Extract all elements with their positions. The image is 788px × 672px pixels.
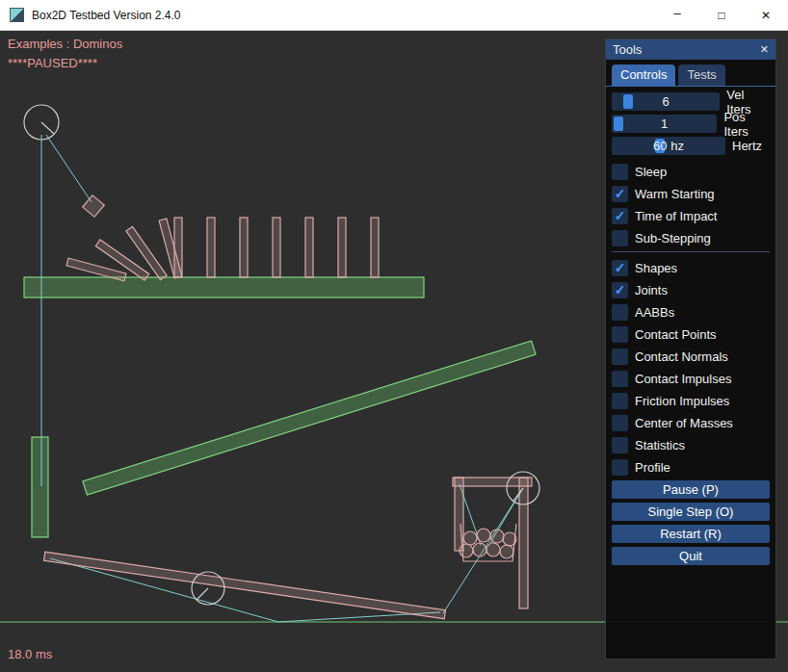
close-icon: ✕ xyxy=(761,9,771,22)
frame-right-post xyxy=(519,478,528,608)
tilted-plank xyxy=(44,552,446,619)
checkbox-joints[interactable]: ✓ xyxy=(612,282,628,298)
checkbox-row-joints: ✓ Joints xyxy=(612,281,770,299)
restart-button[interactable]: Restart (R) xyxy=(612,525,770,543)
checkbox-friction-impulses[interactable] xyxy=(612,393,628,409)
check-icon: ✓ xyxy=(615,208,626,224)
checkbox-row-profile: Profile xyxy=(612,458,770,477)
checkbox-label: Warm Starting xyxy=(635,187,715,201)
checkbox-contact-impulses[interactable] xyxy=(612,371,628,387)
maximize-icon: □ xyxy=(718,9,724,22)
checkbox-profile[interactable] xyxy=(612,459,628,476)
slider-grab[interactable] xyxy=(623,94,633,109)
tools-titlebar[interactable]: Tools ✕ xyxy=(606,39,775,60)
ball xyxy=(486,543,500,556)
ball xyxy=(473,543,486,556)
minimize-button[interactable]: – xyxy=(655,0,699,31)
checkbox-contact-normals[interactable] xyxy=(612,349,628,365)
pos-iters-row: 1 Pos Iters xyxy=(612,115,770,133)
checkbox-row-contact-normals: Contact Normals xyxy=(612,348,770,366)
ball xyxy=(463,531,477,545)
window-titlebar: Box2D Testbed Version 2.4.0 – □ ✕ xyxy=(0,0,788,31)
checkbox-warm-starting[interactable]: ✓ xyxy=(612,186,628,202)
domino xyxy=(371,218,379,277)
checkbox-sub-stepping[interactable] xyxy=(612,230,628,246)
slider-grab[interactable] xyxy=(614,116,623,131)
domino xyxy=(273,218,280,277)
checkbox-aabbs[interactable] xyxy=(612,304,628,321)
hertz-label: Hertz xyxy=(732,139,762,153)
checkbox-row-contact-impulses: Contact Impulses xyxy=(612,370,770,388)
domino xyxy=(240,218,248,277)
checkbox-label: Sub-Stepping xyxy=(635,231,711,246)
domino xyxy=(207,218,215,277)
hertz-value: 60 hz xyxy=(653,139,684,153)
hertz-row: 60 hz Hertz xyxy=(612,137,770,155)
frame-time-label: 18.0 ms xyxy=(8,647,52,661)
minimize-icon: – xyxy=(673,6,680,20)
checkbox-row-shapes: ✓ Shapes xyxy=(612,259,770,277)
hertz-slider[interactable]: 60 hz xyxy=(612,137,725,155)
app-icon xyxy=(10,8,24,22)
checkbox-label: Time of Impact xyxy=(635,209,717,223)
ball xyxy=(460,544,473,557)
pause-button[interactable]: Pause (P) xyxy=(612,480,770,499)
checkbox-label: Center of Masses xyxy=(635,416,733,430)
checkbox-row-aabbs: AABBs xyxy=(612,303,770,322)
tab-bar: Controls Tests xyxy=(606,60,775,87)
tab-controls[interactable]: Controls xyxy=(612,65,675,86)
paused-label: ****PAUSED**** xyxy=(8,56,97,70)
checkbox-time-of-impact[interactable]: ✓ xyxy=(612,208,628,224)
check-icon: ✓ xyxy=(615,186,626,202)
checkbox-statistics[interactable] xyxy=(612,437,628,453)
window-title: Box2D Testbed Version 2.4.0 xyxy=(32,9,181,22)
checkbox-label: AABBs xyxy=(635,305,674,320)
checkbox-shapes[interactable]: ✓ xyxy=(612,260,628,276)
close-button[interactable]: ✕ xyxy=(744,0,788,31)
ball xyxy=(500,545,513,558)
domino xyxy=(338,218,346,277)
checkbox-contact-points[interactable] xyxy=(612,326,628,343)
checkbox-row-sleep: Sleep xyxy=(612,163,770,181)
checkbox-row-warm-starting: ✓ Warm Starting xyxy=(612,185,770,203)
checkbox-label: Contact Points xyxy=(635,327,717,342)
maximize-button[interactable]: □ xyxy=(699,0,744,31)
checkbox-label: Statistics xyxy=(635,438,685,452)
vel-iters-slider[interactable]: 6 xyxy=(612,92,720,111)
checkbox-sleep[interactable] xyxy=(612,164,628,180)
tools-close-icon[interactable]: ✕ xyxy=(760,43,769,56)
pos-iters-label: Pos Iters xyxy=(723,110,770,139)
tools-panel: Tools ✕ Controls Tests 6 Vel Iters 1 Pos… xyxy=(605,39,776,659)
vel-iters-row: 6 Vel Iters xyxy=(612,92,770,111)
checkbox-row-time-of-impact: ✓ Time of Impact xyxy=(612,207,770,225)
domino xyxy=(305,218,313,277)
pos-iters-value: 1 xyxy=(661,116,668,131)
ball xyxy=(503,532,516,546)
check-icon: ✓ xyxy=(615,282,626,298)
quit-button[interactable]: Quit xyxy=(612,547,770,565)
checkbox-row-friction-impulses: Friction Impulses xyxy=(612,392,770,410)
separator xyxy=(612,251,770,252)
example-label: Examples : Dominos xyxy=(8,37,122,51)
check-icon: ✓ xyxy=(615,260,626,276)
vel-iters-value: 6 xyxy=(663,94,670,109)
dynamic-bodies xyxy=(44,195,532,619)
single-step-button[interactable]: Single Step (O) xyxy=(612,503,770,521)
ball xyxy=(490,530,504,543)
tools-title: Tools xyxy=(613,42,642,57)
checkbox-label: Shapes xyxy=(635,261,677,275)
tools-content: 6 Vel Iters 1 Pos Iters 60 hz Hertz Slee… xyxy=(606,87,775,575)
pos-iters-slider[interactable]: 1 xyxy=(612,115,717,133)
checkbox-label: Sleep xyxy=(635,165,667,179)
checkbox-row-statistics: Statistics xyxy=(612,436,770,454)
checkbox-label: Joints xyxy=(635,283,668,297)
checkbox-label: Contact Normals xyxy=(635,349,728,364)
checkbox-label: Profile xyxy=(635,460,670,475)
domino-platform xyxy=(24,277,424,297)
checkbox-label: Contact Impulses xyxy=(635,372,731,386)
checkbox-row-sub-stepping: Sub-Stepping xyxy=(612,229,770,247)
tab-tests[interactable]: Tests xyxy=(678,65,724,86)
checkbox-row-contact-points: Contact Points xyxy=(612,325,770,344)
vertical-slider-block xyxy=(32,437,48,537)
checkbox-center-of-masses[interactable] xyxy=(612,415,628,431)
